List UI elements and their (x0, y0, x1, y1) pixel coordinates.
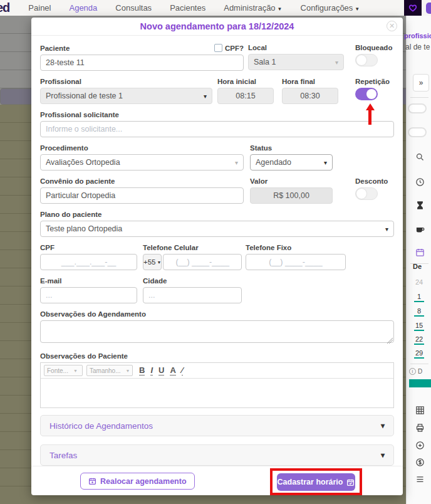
form-row: Convênio do paciente Valor Desconto (40, 177, 394, 204)
calendar-check-icon (346, 478, 355, 486)
obs-paciente-label: Observações do Paciente (40, 352, 394, 360)
chevron-down-icon: ▾ (381, 421, 385, 430)
calendar-icon[interactable] (415, 248, 425, 257)
realocar-agendamento-button[interactable]: Realocar agendamento (80, 473, 195, 490)
panel-title: Histórico de Agendamentos (49, 421, 381, 431)
valor-input[interactable] (250, 187, 333, 204)
desconto-toggle[interactable] (355, 187, 378, 200)
caret-down-icon: ▼ (73, 369, 78, 373)
chevron-down-icon: ▾ (235, 159, 238, 166)
cpf-input[interactable] (40, 254, 137, 270)
modal-title: Novo agendamento para 18/12/2024 (140, 21, 294, 31)
solicitante-input[interactable] (40, 121, 394, 137)
font-color-button[interactable]: A (170, 366, 175, 375)
telefone-fixo-label: Telefone Fixo (246, 244, 346, 251)
nav-item-configuracoes[interactable]: Configurações▼ (301, 3, 360, 13)
new-appointment-modal: Novo agendamento para 18/12/2024 ✕ Pacie… (31, 18, 403, 495)
clock-icon[interactable] (415, 177, 425, 187)
historico-agendamentos-panel[interactable]: Histórico de Agendamentos ▾ (40, 415, 394, 436)
panel-title: Tarefas (49, 451, 381, 460)
toggle-partial[interactable] (408, 103, 427, 113)
font-family-select[interactable]: Fonte...▼ (44, 365, 83, 376)
caret-down-icon: ▼ (278, 6, 283, 12)
modal-header: Novo agendamento para 18/12/2024 ✕ (31, 18, 403, 36)
minical-day[interactable]: 22 (414, 335, 424, 345)
nav-item-administracao[interactable]: Administração▼ (224, 3, 282, 13)
profissional-select[interactable]: Profissional de teste 1 ▾ (40, 88, 212, 104)
ddi-select[interactable]: +55▼ (143, 254, 162, 270)
money-circle-icon[interactable] (415, 458, 425, 467)
obs-agendamento-textarea[interactable] (40, 320, 394, 343)
nav-item-painel[interactable]: Painel (28, 3, 51, 13)
chevron-down-icon: ▾ (381, 451, 385, 459)
info-legend: iD (409, 368, 422, 375)
minical-day[interactable]: 8 (414, 307, 424, 317)
email-input[interactable] (40, 287, 137, 303)
cpf-checkbox[interactable] (214, 44, 222, 52)
resize-grip-icon[interactable] (387, 338, 393, 344)
plano-select[interactable]: Teste plano Ortopedia ▾ (40, 221, 394, 237)
grid-view-icon[interactable] (415, 406, 425, 415)
printer-icon[interactable] (415, 423, 425, 433)
toggle-partial[interactable] (408, 127, 427, 137)
form-row: Plano do paciente Teste plano Ortopedia … (40, 211, 394, 237)
modal-body: Paciente CPF? Local Sala 1 ▾ (31, 36, 403, 466)
bloqueado-toggle[interactable] (355, 54, 378, 66)
underline-button[interactable]: U (158, 366, 164, 375)
procedimento-select[interactable]: Avaliações Ortopedia ▾ (40, 154, 244, 171)
paciente-input[interactable] (40, 55, 244, 71)
list-icon[interactable] (415, 475, 425, 484)
chevron-down-icon: ▾ (324, 159, 327, 166)
caret-down-icon: ▼ (125, 369, 130, 373)
font-size-select[interactable]: Tamanho...▼ (86, 365, 133, 376)
minical-day[interactable]: 29 (414, 349, 424, 359)
collapse-panel-button[interactable]: » (413, 74, 429, 92)
form-row: E-mail Cidade (40, 277, 394, 303)
hora-inicial-input[interactable] (217, 88, 274, 104)
cidade-input[interactable] (143, 287, 242, 303)
form-row: Observações do Paciente Fonte...▼ Tamanh… (40, 352, 394, 408)
convenio-input[interactable] (40, 187, 244, 204)
chevron-down-icon: ▾ (385, 226, 388, 233)
minical-day[interactable]: 24 (414, 278, 424, 286)
hora-final-input[interactable] (282, 88, 338, 104)
form-row: Observações do Agendamento (40, 310, 394, 345)
calendar-plus-icon (88, 477, 96, 485)
telefone-fixo-input[interactable] (246, 254, 346, 270)
minical-day[interactable]: 15 (414, 322, 424, 331)
cidade-label: Cidade (143, 277, 242, 285)
nav-item-consultas[interactable]: Consultas (115, 3, 152, 13)
coffee-icon[interactable] (415, 224, 425, 234)
hourglass-icon[interactable] (415, 201, 425, 210)
hora-inicial-label: Hora inicial (217, 78, 274, 85)
add-circle-icon[interactable] (415, 441, 425, 450)
nav-menu: Painel Agenda Consultas Pacientes Admini… (28, 3, 360, 13)
minical-day[interactable]: 1 (414, 293, 424, 302)
background-text-fragment: al de te (405, 43, 430, 51)
highlight-button[interactable]: ∕ (182, 366, 183, 375)
brand-heart-icon[interactable] (404, 0, 422, 16)
status-select[interactable]: Agendado ▾ (250, 154, 333, 171)
user-avatar-partial[interactable] (426, 3, 431, 14)
italic-button[interactable]: I (150, 366, 153, 375)
editor-content-area[interactable] (41, 379, 393, 407)
cadastrar-horario-button[interactable]: Cadastrar horário (277, 473, 355, 491)
valor-label: Valor (250, 177, 333, 185)
local-select[interactable]: Sala 1 ▾ (248, 54, 344, 70)
email-label: E-mail (40, 277, 137, 285)
procedimento-label: Procedimento (40, 144, 244, 152)
telefone-celular-label: Telefone Celular (143, 244, 242, 251)
repeticao-toggle[interactable] (355, 88, 378, 100)
repeticao-label: Repetição (355, 78, 394, 85)
divider (410, 364, 428, 364)
telefone-celular-input[interactable] (163, 254, 242, 270)
tarefas-panel[interactable]: Tarefas ▾ (40, 444, 394, 466)
bold-button[interactable]: B (139, 366, 145, 375)
nav-item-pacientes[interactable]: Pacientes (170, 3, 205, 13)
nav-item-agenda[interactable]: Agenda (69, 3, 97, 13)
close-icon[interactable]: ✕ (387, 21, 397, 31)
cpf-label: CPF (40, 244, 137, 251)
form-row: Paciente CPF? Local Sala 1 ▾ (40, 44, 394, 71)
cpf-search-toggle[interactable]: CPF? (214, 44, 244, 52)
search-icon[interactable] (415, 152, 425, 162)
